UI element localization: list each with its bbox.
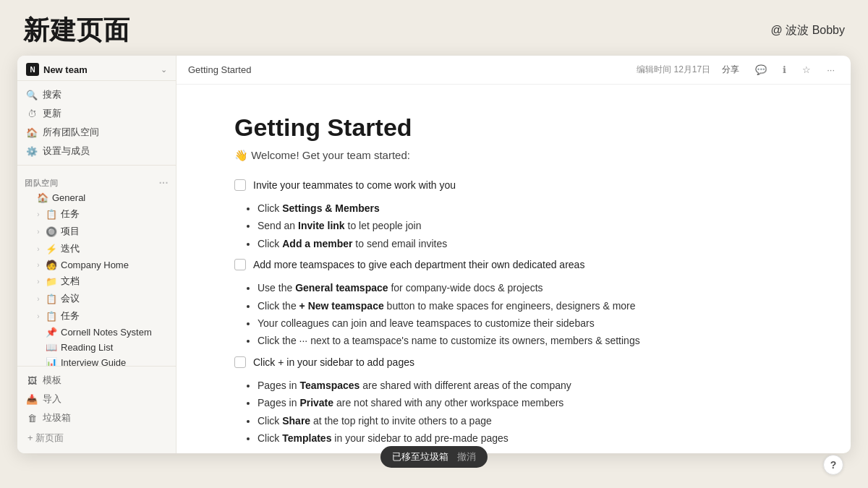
team-section-label: 团队空间 <box>25 178 58 189</box>
tasks1-label: 任务 <box>61 207 167 221</box>
docs-icon: 📁 <box>46 276 57 287</box>
sidebar-item-cornell-notes[interactable]: 📌 Cornell Notes System <box>20 325 173 340</box>
page-title: 新建页面 <box>23 13 130 48</box>
workspace-caret-icon: ⌄ <box>161 65 167 74</box>
sidebar-item-projects[interactable]: › 🔘 项目 <box>20 223 173 240</box>
templates-icon: 🖼 <box>26 375 38 386</box>
checkbox-2[interactable] <box>234 259 246 270</box>
iteration-arrow: › <box>35 245 42 253</box>
footer-templates[interactable]: 🖼 模板 <box>20 371 173 390</box>
projects-icon: 🔘 <box>46 226 57 237</box>
docs-arrow: › <box>35 278 42 286</box>
list-item: Click the + New teamspace button to make… <box>258 298 793 314</box>
cornell-notes-icon: 📌 <box>46 327 57 338</box>
list-item: Click Templates in your sidebar to add p… <box>258 430 793 446</box>
checkbox-3[interactable] <box>234 356 246 368</box>
meetings-arrow: › <box>35 295 42 303</box>
footer-import[interactable]: 📥 导入 <box>20 390 173 408</box>
sidebar-item-interview-guide[interactable]: 📊 Interview Guide <box>20 355 173 366</box>
settings-icon: ⚙️ <box>26 146 38 157</box>
nav-search[interactable]: 🔍 搜索 <box>20 85 173 104</box>
list-item: Use the General teamspace for company-wi… <box>258 280 793 296</box>
nav-settings-label: 设置与成员 <box>43 145 90 158</box>
iteration-icon: ⚡ <box>46 244 57 254</box>
comment-button[interactable]: 💬 <box>751 62 771 77</box>
list-item: Click the ··· next to a teamspace's name… <box>258 333 793 348</box>
help-button[interactable]: ? <box>823 455 843 475</box>
toolbar-actions: 编辑时间 12月17日 分享 💬 ℹ ☆ ··· <box>637 61 839 78</box>
interview-guide-icon: 📊 <box>46 357 57 366</box>
checklist-item-1: Invite your teammates to come work with … <box>234 178 793 193</box>
content-body: Getting Started 👋 Welcome! Get your team… <box>176 85 851 453</box>
workspace-header[interactable]: N New team ⌄ <box>17 56 176 81</box>
sidebar-item-meetings[interactable]: › 📋 会议 <box>20 290 173 307</box>
sidebar-divider-1 <box>17 165 176 166</box>
checkbox-1[interactable] <box>234 179 246 191</box>
company-home-icon: 🧑 <box>46 260 57 270</box>
reading-list-icon: 📖 <box>46 342 57 353</box>
footer-trash[interactable]: 🗑 垃圾箱 <box>20 408 173 427</box>
list-item: Pages in Teamspaces are shared with diff… <box>258 377 793 393</box>
projects-arrow: › <box>35 228 42 236</box>
toast-undo-button[interactable]: 撤消 <box>457 450 476 463</box>
checklist-text-2: Add more teamspaces to give each departm… <box>253 257 584 273</box>
nav-settings[interactable]: ⚙️ 设置与成员 <box>20 142 173 160</box>
iteration-label: 迭代 <box>61 242 167 255</box>
trash-icon: 🗑 <box>26 413 38 424</box>
reading-list-label: Reading List <box>61 342 167 353</box>
nav-all-teamspaces-label: 所有团队空间 <box>43 126 99 139</box>
meetings-icon: 📋 <box>46 294 57 304</box>
trash-label: 垃圾箱 <box>43 411 71 424</box>
cornell-notes-label: Cornell Notes System <box>61 327 167 338</box>
sidebar-nav: 🔍 搜索 ⏱ 更新 🏠 所有团队空间 ⚙️ 设置与成员 <box>17 81 176 160</box>
nav-all-teamspaces[interactable]: 🏠 所有团队空间 <box>20 123 173 142</box>
info-button[interactable]: ℹ <box>778 62 791 77</box>
sidebar-item-tasks2[interactable]: › 📋 任务 <box>20 307 173 325</box>
bullet-list-1: Click Settings & Members Send an Invite … <box>258 200 793 252</box>
new-page-button[interactable]: + 新页面 <box>20 427 173 449</box>
toast-notification: 已移至垃圾箱 撤消 <box>380 446 488 468</box>
nav-updates[interactable]: ⏱ 更新 <box>20 104 173 123</box>
team-section-more-icon[interactable]: ··· <box>159 177 169 189</box>
bullet-list-2: Use the General teamspace for company-wi… <box>258 280 793 349</box>
sidebar-footer: 🖼 模板 📥 导入 🗑 垃圾箱 + 新页面 <box>17 366 176 453</box>
toast-text: 已移至垃圾箱 <box>392 450 448 463</box>
nav-updates-label: 更新 <box>43 107 61 120</box>
sidebar-item-iteration[interactable]: › ⚡ 迭代 <box>20 240 173 257</box>
import-label: 导入 <box>43 393 61 406</box>
team-section-header: 团队空间 ··· <box>17 170 176 190</box>
checklist-item-2: Add more teamspaces to give each departm… <box>234 257 793 273</box>
list-item: Click Share at the top right to invite o… <box>258 413 793 429</box>
list-item: Your colleagues can join and leave teams… <box>258 315 793 331</box>
sidebar-item-company-home[interactable]: › 🧑 Company Home <box>20 257 173 273</box>
list-item: Send an Invite link to let people join <box>258 218 793 234</box>
list-item: Pages in Private are not shared with any… <box>258 395 793 411</box>
sidebar-item-general[interactable]: 🏠 General <box>20 190 173 205</box>
star-button[interactable]: ☆ <box>798 62 815 77</box>
teamspaces-icon: 🏠 <box>26 127 38 138</box>
checklist-text-1: Invite your teammates to come work with … <box>253 178 456 193</box>
updates-icon: ⏱ <box>26 108 38 119</box>
doc-title: Getting Started <box>234 114 793 142</box>
interview-guide-label: Interview Guide <box>61 357 167 366</box>
sidebar-item-docs[interactable]: › 📁 文档 <box>20 273 173 290</box>
projects-label: 项目 <box>61 225 167 238</box>
more-button[interactable]: ··· <box>822 62 839 77</box>
company-home-label: Company Home <box>61 260 167 270</box>
templates-label: 模板 <box>43 374 61 387</box>
sidebar: N New team ⌄ 🔍 搜索 ⏱ 更新 🏠 所有团队空间 ⚙️ 设置与成员 <box>17 56 176 453</box>
user-info: @ 波波 Bobby <box>771 23 846 38</box>
sidebar-item-reading-list[interactable]: 📖 Reading List <box>20 340 173 355</box>
share-button[interactable]: 分享 <box>718 61 744 78</box>
import-icon: 📥 <box>26 394 38 405</box>
list-item: Click Settings & Members <box>258 200 793 216</box>
sidebar-item-tasks1[interactable]: › 📋 任务 <box>20 205 173 223</box>
edit-time-label: 编辑时间 12月17日 <box>637 64 710 76</box>
nav-search-label: 搜索 <box>43 88 61 101</box>
content-toolbar: Getting Started 编辑时间 12月17日 分享 💬 ℹ ☆ ··· <box>176 56 851 85</box>
docs-label: 文档 <box>61 275 167 288</box>
meetings-label: 会议 <box>61 292 167 305</box>
notion-logo: N <box>26 63 39 76</box>
bullet-list-3: Pages in Teamspaces are shared with diff… <box>258 377 793 447</box>
app-window: N New team ⌄ 🔍 搜索 ⏱ 更新 🏠 所有团队空间 ⚙️ 设置与成员 <box>17 56 851 453</box>
